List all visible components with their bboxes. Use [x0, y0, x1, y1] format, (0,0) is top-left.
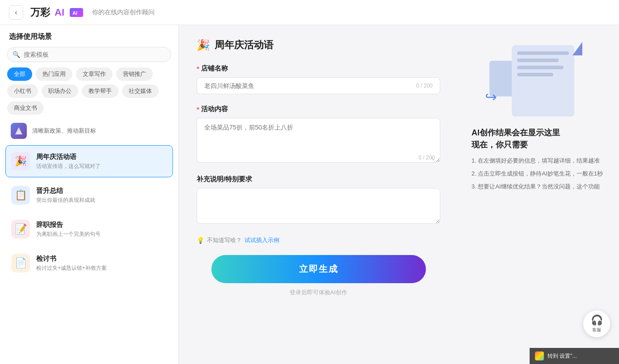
illustration: ↩ — [485, 38, 592, 123]
list-item-resignation[interactable]: 📝 辞职报告 为离职画上一个完美的句号 — [5, 213, 173, 245]
bottom-bar-text: 转到 设置"... — [547, 352, 577, 360]
instructions-title-line1: AI创作结果会在显示这里 — [472, 127, 603, 139]
activity-textarea-wrapper: 0 / 200 ⤡ — [197, 118, 440, 164]
review-content: 检讨书 检讨过失+诚恳认错+补救方案 — [36, 255, 107, 272]
illus-line-2 — [517, 59, 559, 62]
extra-section: 补充说明/特别要求 — [197, 175, 440, 226]
special-icon — [11, 123, 27, 139]
header-subtitle: 你的在线内容创作顾问 — [92, 8, 155, 17]
tag-article[interactable]: 文章写作 — [76, 67, 113, 81]
login-hint: 登录后即可体验AI创作 — [197, 289, 440, 297]
review-icon: 📄 — [11, 254, 30, 272]
hint-link[interactable]: 试试插入示例 — [244, 236, 279, 244]
illus-arrow: ↩ — [485, 88, 497, 105]
anniversary-content: 周年庆活动语 活动宣传语，这么写就对了 — [36, 153, 101, 170]
form-header: 🎉 周年庆活动语 — [197, 38, 440, 52]
form-title-icon: 🎉 — [197, 39, 210, 51]
list-item-anniversary[interactable]: 🎉 周年庆活动语 活动宣传语，这么写就对了 — [5, 145, 173, 177]
illus-triangle — [573, 42, 582, 55]
resignation-desc: 为离职画上一个完美的句号 — [36, 230, 101, 238]
special-text: 清晰新政策、推动新目标 — [32, 127, 96, 135]
cs-label: 客服 — [592, 327, 601, 333]
activity-textarea[interactable] — [197, 118, 440, 163]
logo-icon: AI — [70, 8, 83, 17]
extra-textarea[interactable] — [197, 188, 440, 224]
resignation-icon: 📝 — [11, 220, 30, 238]
bottom-bar: 转到 设置"... — [530, 348, 619, 364]
instructions-title-line2: 现在，你只需要 — [472, 139, 603, 151]
content-area: 🎉 周年庆活动语 * 店铺名称 0 / 200 * 活动内容 0 / 200 — [179, 25, 458, 364]
resignation-title: 辞职报告 — [36, 221, 101, 229]
back-button[interactable]: ‹ — [9, 5, 23, 20]
activity-label: * 活动内容 — [197, 105, 440, 113]
app-header: ‹ 万彩 AI AI 你的在线内容创作顾问 — [0, 0, 619, 25]
cs-icon: 🎧 — [591, 314, 603, 326]
required-star-1: * — [197, 65, 199, 72]
extra-label-text: 补充说明/特别要求 — [197, 175, 252, 184]
instruction-3: 3. 想要让AI继续优化结果？当然没问题，这个功能 — [472, 182, 603, 192]
list-item-promotion[interactable]: 📋 晋升总结 突出你最佳的表现和成就 — [5, 179, 173, 211]
resize-handle[interactable]: ⤡ — [430, 156, 436, 162]
illus-paper-main — [512, 45, 574, 117]
resignation-content: 辞职报告 为离职画上一个完美的句号 — [36, 221, 101, 238]
tag-teaching[interactable]: 教学帮手 — [82, 84, 118, 98]
bottom-icon — [535, 351, 544, 360]
instruction-1: 1. 在左侧填好必要的信息，填写越详细，结果越准 — [472, 156, 603, 166]
logo-text: 万彩 — [30, 6, 50, 19]
form-title: 周年庆活动语 — [215, 38, 274, 52]
list-item-review[interactable]: 📄 检讨书 检讨过失+诚恳认错+补救方案 — [5, 247, 173, 279]
main-layout: 选择使用场景 🔍 全部 热门应用 文章写作 营销推广 小红书 职场办公 教学帮手… — [0, 25, 619, 364]
instructions-title: AI创作结果会在显示这里 现在，你只需要 — [472, 127, 603, 151]
svg-text:AI: AI — [72, 10, 77, 16]
customer-service-button[interactable]: 🎧 客服 — [583, 310, 610, 337]
shop-name-input-row: 0 / 200 — [197, 77, 440, 94]
back-icon: ‹ — [15, 8, 17, 17]
sidebar-list: 清晰新政策、推动新目标 🎉 周年庆活动语 活动宣传语，这么写就对了 📋 晋升总结… — [0, 118, 178, 364]
extra-label: 补充说明/特别要求 — [197, 175, 440, 184]
shop-name-label: * 店铺名称 — [197, 64, 440, 73]
activity-content-section: * 活动内容 0 / 200 ⤡ — [197, 105, 440, 164]
special-icon-svg — [14, 126, 23, 135]
tag-all[interactable]: 全部 — [7, 67, 32, 81]
anniversary-icon: 🎉 — [11, 152, 30, 171]
generate-button[interactable]: 立即生成 — [211, 255, 426, 283]
hint-row: 💡 不知道写啥？ 试试插入示例 — [197, 236, 440, 244]
shop-name-input[interactable] — [204, 82, 416, 89]
shop-name-counter: 0 / 200 — [416, 83, 433, 89]
logo-ai-text: AI — [55, 7, 64, 18]
special-item[interactable]: 清晰新政策、推动新目标 — [5, 118, 173, 143]
search-box: 🔍 — [7, 47, 171, 62]
hint-text: 不知道写啥？ — [207, 236, 242, 244]
promotion-desc: 突出你最佳的表现和成就 — [36, 197, 95, 204]
logo-area: 万彩 AI AI — [30, 6, 83, 19]
sidebar: 选择使用场景 🔍 全部 热门应用 文章写作 营销推广 小红书 职场办公 教学帮手… — [0, 25, 179, 364]
tag-marketing[interactable]: 营销推广 — [116, 67, 153, 81]
promotion-title: 晋升总结 — [36, 187, 95, 195]
tag-xiaohongshu[interactable]: 小红书 — [7, 84, 38, 98]
review-desc: 检讨过失+诚恳认错+补救方案 — [36, 264, 107, 272]
required-star-2: * — [197, 105, 199, 113]
instruction-2: 2. 点击立即生成按钮，静待AI妙笔生花，一般在1秒 — [472, 169, 603, 179]
tag-hot[interactable]: 热门应用 — [36, 67, 72, 81]
anniversary-desc: 活动宣传语，这么写就对了 — [36, 163, 101, 170]
shop-name-label-text: 店铺名称 — [201, 64, 228, 73]
instructions: AI创作结果会在显示这里 现在，你只需要 1. 在左侧填好必要的信息，填写越详细… — [467, 127, 607, 195]
tags-area: 全部 热门应用 文章写作 营销推广 小红书 职场办公 教学帮手 社交媒体 商业文… — [0, 67, 178, 118]
promotion-icon: 📋 — [11, 186, 30, 205]
anniversary-title: 周年庆活动语 — [36, 153, 101, 161]
hint-icon: 💡 — [197, 237, 204, 244]
tag-business[interactable]: 商业文书 — [7, 101, 44, 115]
promotion-content: 晋升总结 突出你最佳的表现和成就 — [36, 187, 95, 204]
illus-line-1 — [517, 51, 569, 55]
svg-marker-2 — [15, 127, 22, 134]
sidebar-title: 选择使用场景 — [0, 25, 178, 47]
tag-social[interactable]: 社交媒体 — [122, 84, 159, 98]
shop-name-section: * 店铺名称 0 / 200 — [197, 64, 440, 94]
tag-office[interactable]: 职场办公 — [42, 84, 78, 98]
activity-label-text: 活动内容 — [201, 105, 228, 113]
illus-line-3 — [517, 66, 564, 69]
illus-line-4 — [517, 73, 553, 76]
search-input[interactable] — [7, 47, 171, 62]
search-icon: 🔍 — [13, 51, 20, 58]
review-title: 检讨书 — [36, 255, 107, 263]
